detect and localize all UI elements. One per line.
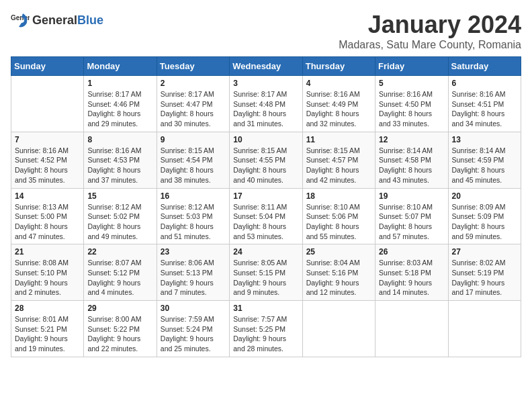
day-cell: 10Sunrise: 8:15 AMSunset: 4:55 PMDayligh…: [230, 132, 302, 188]
day-detail: Sunrise: 8:17 AMSunset: 4:47 PMDaylight:…: [161, 89, 226, 129]
day-header-tuesday: Tuesday: [157, 57, 229, 76]
logo-blue: Blue: [77, 13, 103, 28]
day-number: 6: [452, 79, 517, 88]
day-number: 17: [233, 191, 298, 201]
day-number: 23: [161, 247, 226, 257]
day-detail: Sunrise: 8:14 AMSunset: 4:58 PMDaylight:…: [379, 146, 444, 185]
day-detail: Sunrise: 8:16 AMSunset: 4:50 PMDaylight:…: [379, 89, 444, 129]
week-row-4: 21Sunrise: 8:08 AMSunset: 5:10 PMDayligh…: [11, 244, 521, 301]
day-cell: 13Sunrise: 8:14 AMSunset: 4:59 PMDayligh…: [448, 132, 521, 188]
day-detail: Sunrise: 8:16 AMSunset: 4:51 PMDaylight:…: [452, 89, 517, 129]
day-header-sunday: Sunday: [11, 57, 84, 76]
day-cell: 27Sunrise: 8:02 AMSunset: 5:19 PMDayligh…: [448, 244, 521, 301]
day-detail: Sunrise: 8:16 AMSunset: 4:49 PMDaylight:…: [306, 89, 371, 129]
day-header-saturday: Saturday: [448, 57, 521, 76]
day-cell: [448, 301, 521, 357]
day-cell: 7Sunrise: 8:16 AMSunset: 4:52 PMDaylight…: [11, 132, 84, 188]
day-detail: Sunrise: 8:16 AMSunset: 4:52 PMDaylight:…: [15, 146, 80, 185]
day-detail: Sunrise: 8:03 AMSunset: 5:18 PMDaylight:…: [379, 258, 444, 298]
day-detail: Sunrise: 8:15 AMSunset: 4:57 PMDaylight:…: [306, 146, 371, 185]
day-cell: 30Sunrise: 7:59 AMSunset: 5:24 PMDayligh…: [157, 301, 229, 357]
day-cell: 18Sunrise: 8:10 AMSunset: 5:06 PMDayligh…: [302, 188, 375, 244]
day-detail: Sunrise: 8:00 AMSunset: 5:22 PMDaylight:…: [87, 314, 152, 354]
day-cell: 23Sunrise: 8:06 AMSunset: 5:13 PMDayligh…: [157, 244, 229, 301]
day-detail: Sunrise: 8:12 AMSunset: 5:03 PMDaylight:…: [161, 202, 226, 242]
day-cell: 21Sunrise: 8:08 AMSunset: 5:10 PMDayligh…: [11, 244, 84, 301]
logo-general: General: [32, 13, 77, 28]
day-cell: 19Sunrise: 8:10 AMSunset: 5:07 PMDayligh…: [375, 188, 448, 244]
month-title: January 2024: [339, 11, 521, 39]
day-cell: 28Sunrise: 8:01 AMSunset: 5:21 PMDayligh…: [11, 301, 84, 357]
day-detail: Sunrise: 8:14 AMSunset: 4:59 PMDaylight:…: [452, 146, 517, 185]
day-number: 24: [233, 247, 298, 257]
day-number: 27: [452, 247, 517, 257]
day-number: 22: [87, 247, 152, 257]
day-detail: Sunrise: 8:01 AMSunset: 5:21 PMDaylight:…: [15, 314, 80, 354]
day-cell: 14Sunrise: 8:13 AMSunset: 5:00 PMDayligh…: [11, 188, 84, 244]
day-number: 8: [87, 135, 152, 144]
day-detail: Sunrise: 8:13 AMSunset: 5:00 PMDaylight:…: [15, 202, 80, 242]
day-header-thursday: Thursday: [302, 57, 375, 76]
day-number: 14: [15, 191, 80, 201]
day-detail: Sunrise: 8:17 AMSunset: 4:46 PMDaylight:…: [87, 89, 152, 129]
day-cell: 4Sunrise: 8:16 AMSunset: 4:49 PMDaylight…: [302, 76, 375, 132]
day-cell: [302, 301, 375, 357]
day-number: 25: [306, 247, 371, 257]
day-number: 3: [233, 79, 298, 88]
day-cell: 29Sunrise: 8:00 AMSunset: 5:22 PMDayligh…: [84, 301, 157, 357]
day-number: 19: [379, 191, 444, 201]
day-number: 30: [161, 304, 226, 313]
day-cell: 12Sunrise: 8:14 AMSunset: 4:58 PMDayligh…: [375, 132, 448, 188]
week-row-2: 7Sunrise: 8:16 AMSunset: 4:52 PMDaylight…: [11, 132, 521, 188]
day-cell: 20Sunrise: 8:09 AMSunset: 5:09 PMDayligh…: [448, 188, 521, 244]
day-detail: Sunrise: 8:16 AMSunset: 4:53 PMDaylight:…: [87, 146, 152, 185]
logo-icon: General: [11, 11, 30, 30]
day-number: 28: [15, 304, 80, 313]
location-title: Madaras, Satu Mare County, Romania: [339, 39, 521, 51]
day-cell: 2Sunrise: 8:17 AMSunset: 4:47 PMDaylight…: [157, 76, 229, 132]
day-header-friday: Friday: [375, 57, 448, 76]
week-row-3: 14Sunrise: 8:13 AMSunset: 5:00 PMDayligh…: [11, 188, 521, 244]
logo: General General Blue: [11, 11, 103, 30]
day-number: 20: [452, 191, 517, 201]
day-cell: 26Sunrise: 8:03 AMSunset: 5:18 PMDayligh…: [375, 244, 448, 301]
day-number: 21: [15, 247, 80, 257]
day-cell: [11, 76, 84, 132]
day-number: 9: [161, 135, 226, 144]
day-cell: 8Sunrise: 8:16 AMSunset: 4:53 PMDaylight…: [84, 132, 157, 188]
day-cell: 6Sunrise: 8:16 AMSunset: 4:51 PMDaylight…: [448, 76, 521, 132]
day-detail: Sunrise: 8:06 AMSunset: 5:13 PMDaylight:…: [161, 258, 226, 298]
day-detail: Sunrise: 8:11 AMSunset: 5:04 PMDaylight:…: [233, 202, 298, 242]
day-cell: 31Sunrise: 7:57 AMSunset: 5:25 PMDayligh…: [230, 301, 302, 357]
day-cell: 25Sunrise: 8:04 AMSunset: 5:16 PMDayligh…: [302, 244, 375, 301]
day-number: 15: [87, 191, 152, 201]
day-number: 12: [379, 135, 444, 144]
day-detail: Sunrise: 7:59 AMSunset: 5:24 PMDaylight:…: [161, 314, 226, 354]
day-number: 29: [87, 304, 152, 313]
day-header-wednesday: Wednesday: [230, 57, 302, 76]
day-cell: 17Sunrise: 8:11 AMSunset: 5:04 PMDayligh…: [230, 188, 302, 244]
day-number: 16: [161, 191, 226, 201]
day-detail: Sunrise: 8:15 AMSunset: 4:54 PMDaylight:…: [161, 146, 226, 185]
day-cell: 9Sunrise: 8:15 AMSunset: 4:54 PMDaylight…: [157, 132, 229, 188]
day-detail: Sunrise: 8:12 AMSunset: 5:02 PMDaylight:…: [87, 202, 152, 242]
day-cell: 1Sunrise: 8:17 AMSunset: 4:46 PMDaylight…: [84, 76, 157, 132]
day-detail: Sunrise: 8:09 AMSunset: 5:09 PMDaylight:…: [452, 202, 517, 242]
day-detail: Sunrise: 8:05 AMSunset: 5:15 PMDaylight:…: [233, 258, 298, 298]
day-cell: [375, 301, 448, 357]
day-number: 13: [452, 135, 517, 144]
title-section: January 2024 Madaras, Satu Mare County, …: [339, 11, 521, 51]
day-number: 5: [379, 79, 444, 88]
day-detail: Sunrise: 8:17 AMSunset: 4:48 PMDaylight:…: [233, 89, 298, 129]
day-detail: Sunrise: 8:04 AMSunset: 5:16 PMDaylight:…: [306, 258, 371, 298]
day-number: 31: [233, 304, 298, 313]
week-row-5: 28Sunrise: 8:01 AMSunset: 5:21 PMDayligh…: [11, 301, 521, 357]
day-cell: 3Sunrise: 8:17 AMSunset: 4:48 PMDaylight…: [230, 76, 302, 132]
day-cell: 16Sunrise: 8:12 AMSunset: 5:03 PMDayligh…: [157, 188, 229, 244]
day-detail: Sunrise: 8:07 AMSunset: 5:12 PMDaylight:…: [87, 258, 152, 298]
day-cell: 5Sunrise: 8:16 AMSunset: 4:50 PMDaylight…: [375, 76, 448, 132]
day-header-monday: Monday: [84, 57, 157, 76]
day-number: 26: [379, 247, 444, 257]
day-number: 10: [233, 135, 298, 144]
day-number: 7: [15, 135, 80, 144]
